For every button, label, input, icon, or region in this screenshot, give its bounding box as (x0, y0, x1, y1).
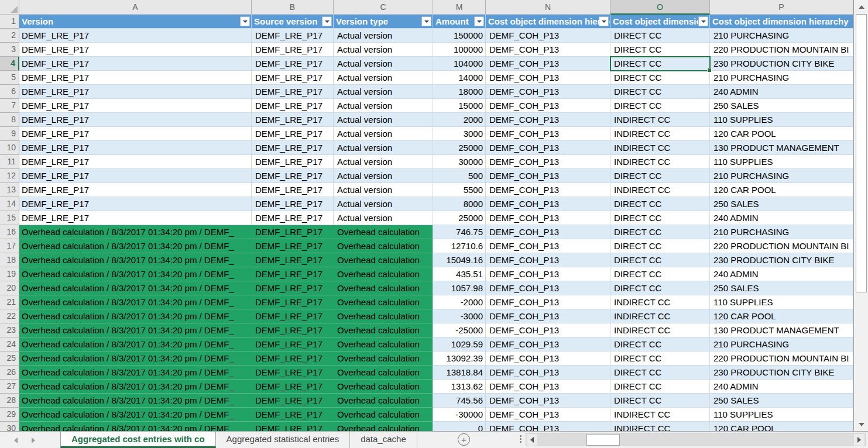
cell-cost-object-dimension-name[interactable]: 230 PRODUCTION CITY BIKE (710, 366, 853, 380)
row-header-29[interactable]: 29 (0, 408, 19, 422)
scroll-right-button[interactable] (854, 434, 864, 446)
cell-version[interactable]: Overhead calculation / 8/3/2017 01:34:20… (19, 408, 252, 422)
column-header-B[interactable]: B (252, 0, 334, 15)
cell-cost-object-hierarchy[interactable]: DEMF_COH_P13 (486, 113, 610, 127)
cell-version[interactable]: Overhead calculation / 8/3/2017 01:34:20… (19, 295, 252, 309)
vertical-scrollbar[interactable] (853, 0, 868, 431)
filter-button[interactable] (240, 16, 250, 26)
cell-version-type[interactable]: Overhead calculation (334, 351, 433, 366)
row-header-1[interactable]: 1 (0, 15, 19, 29)
cell-amount[interactable]: -30000 (433, 408, 486, 422)
cell-cost-object-hierarchy[interactable]: DEMF_COH_P13 (486, 57, 610, 71)
cell-cost-object-dimension-name[interactable]: 220 PRODUCTION MOUNTAIN BI (710, 351, 853, 366)
cell-version-type[interactable]: Overhead calculation (334, 225, 433, 239)
cell-version-type[interactable]: Overhead calculation (334, 267, 433, 281)
row-header-9[interactable]: 9 (0, 127, 19, 141)
cell-cost-object-dimension-name[interactable]: 210 PURCHASING (710, 169, 853, 183)
column-header-P[interactable]: P (710, 0, 853, 15)
cell-amount[interactable]: 12710.6 (433, 239, 486, 253)
cell-source-version[interactable]: DEMF_LRE_P17 (252, 309, 334, 323)
cell-cost-object-dimension-name[interactable]: 110 SUPPLIES (710, 113, 853, 127)
cell-cost-object-dimension[interactable]: DIRECT CC (610, 99, 710, 113)
cell-cost-object-dimension[interactable]: INDIRECT CC (610, 408, 710, 422)
row-header-26[interactable]: 26 (0, 366, 19, 380)
cell-version-type[interactable]: Overhead calculation (334, 239, 433, 253)
cell-cost-object-hierarchy[interactable]: DEMF_COH_P13 (486, 337, 610, 351)
cell-source-version[interactable]: DEMF_LRE_P17 (252, 281, 334, 295)
cell-version[interactable]: DEMF_LRE_P17 (19, 141, 252, 155)
cell-version[interactable]: DEMF_LRE_P17 (19, 197, 252, 211)
cell-source-version[interactable]: DEMF_LRE_P17 (252, 155, 334, 169)
cell-cost-object-hierarchy[interactable]: DEMF_COH_P13 (486, 71, 610, 85)
cell-cost-object-hierarchy[interactable]: DEMF_COH_P13 (486, 408, 610, 422)
cell-source-version[interactable]: DEMF_LRE_P17 (252, 253, 334, 267)
cell-cost-object-dimension[interactable]: DIRECT CC (610, 29, 710, 43)
cell-source-version[interactable]: DEMF_LRE_P17 (252, 99, 334, 113)
scroll-up-button[interactable] (856, 1, 867, 12)
cell-source-version[interactable]: DEMF_LRE_P17 (252, 267, 334, 281)
cell-source-version[interactable]: DEMF_LRE_P17 (252, 57, 334, 71)
cell-cost-object-hierarchy[interactable]: DEMF_COH_P13 (486, 225, 610, 239)
cell-cost-object-hierarchy[interactable]: DEMF_COH_P13 (486, 29, 610, 43)
cell-cost-object-dimension-name[interactable]: 230 PRODUCTION CITY BIKE (710, 253, 853, 267)
cell-amount[interactable]: 30000 (433, 155, 486, 169)
cell-version[interactable]: DEMF_LRE_P17 (19, 99, 252, 113)
cell-cost-object-dimension[interactable]: DIRECT CC (610, 253, 710, 267)
cell-cost-object-dimension-name[interactable]: 210 PURCHASING (710, 71, 853, 85)
filter-button[interactable] (599, 16, 609, 26)
cell-cost-object-dimension[interactable]: DIRECT CC (610, 239, 710, 253)
row-header-4[interactable]: 4 (0, 57, 19, 71)
cell-source-version[interactable]: DEMF_LRE_P17 (252, 71, 334, 85)
cell-version-type[interactable]: Actual version (334, 155, 433, 169)
cell-cost-object-dimension[interactable]: INDIRECT CC (610, 323, 710, 337)
cell-version[interactable]: Overhead calculation / 8/3/2017 01:34:20… (19, 309, 252, 323)
cell-cost-object-dimension-name[interactable]: 110 SUPPLIES (710, 155, 853, 169)
cell-amount[interactable]: 104000 (433, 57, 486, 71)
cell-cost-object-dimension-name[interactable]: 240 ADMIN (710, 380, 853, 394)
row-header-21[interactable]: 21 (0, 295, 19, 309)
cell-cost-object-dimension-name[interactable]: 210 PURCHASING (710, 337, 853, 351)
cell-cost-object-dimension-name[interactable]: 220 PRODUCTION MOUNTAIN BI (710, 239, 853, 253)
filter-button[interactable] (421, 16, 431, 26)
cell-source-version[interactable]: DEMF_LRE_P17 (252, 197, 334, 211)
select-all-corner[interactable] (0, 0, 19, 15)
cell-amount[interactable]: 14000 (433, 71, 486, 85)
cell-cost-object-dimension[interactable]: DIRECT CC (610, 337, 710, 351)
cell-source-version[interactable]: DEMF_LRE_P17 (252, 169, 334, 183)
column-header-O[interactable]: O (610, 0, 710, 15)
sheet-tab-aggregated-statistical-entries[interactable]: Aggregated statistical entries (216, 432, 351, 448)
cell-cost-object-dimension[interactable]: INDIRECT CC (610, 183, 710, 197)
cell-version-type[interactable]: Overhead calculation (334, 394, 433, 408)
horizontal-scrollbar[interactable] (526, 433, 866, 446)
cell-cost-object-dimension[interactable]: DIRECT CC (610, 380, 710, 394)
cell-cost-object-hierarchy[interactable]: DEMF_COH_P13 (486, 239, 610, 253)
cell-amount[interactable]: 435.51 (433, 267, 486, 281)
cell-source-version[interactable]: DEMF_LRE_P17 (252, 295, 334, 309)
cell-version[interactable]: DEMF_LRE_P17 (19, 113, 252, 127)
cell-amount[interactable]: 0 (433, 422, 486, 431)
cell-version[interactable]: Overhead calculation / 8/3/2017 01:34:20… (19, 323, 252, 337)
cell-cost-object-dimension[interactable]: INDIRECT CC (610, 422, 710, 431)
cell-amount[interactable]: -3000 (433, 309, 486, 323)
cell-version-type[interactable]: Overhead calculation (334, 281, 433, 295)
cell-cost-object-dimension-name[interactable]: 130 PRODUCT MANAGEMENT (710, 141, 853, 155)
cell-amount[interactable]: 5500 (433, 183, 486, 197)
cell-source-version[interactable]: DEMF_LRE_P17 (252, 337, 334, 351)
cell-cost-object-hierarchy[interactable]: DEMF_COH_P13 (486, 366, 610, 380)
cell-cost-object-hierarchy[interactable]: DEMF_COH_P13 (486, 197, 610, 211)
cell-cost-object-dimension-name[interactable]: 250 SALES (710, 281, 853, 295)
cell-version[interactable]: Overhead calculation / 8/3/2017 01:34:20… (19, 253, 252, 267)
cell-cost-object-hierarchy[interactable]: DEMF_COH_P13 (486, 253, 610, 267)
cell-version-type[interactable]: Actual version (334, 113, 433, 127)
row-header-19[interactable]: 19 (0, 267, 19, 281)
cell-version-type[interactable]: Actual version (334, 211, 433, 225)
cell-cost-object-dimension[interactable]: DIRECT CC (610, 197, 710, 211)
cell-version-type[interactable]: Actual version (334, 197, 433, 211)
cell-cost-object-dimension[interactable]: DIRECT CC (610, 57, 710, 71)
cell-cost-object-hierarchy[interactable]: DEMF_COH_P13 (486, 141, 610, 155)
cell-cost-object-dimension[interactable]: INDIRECT CC (610, 155, 710, 169)
new-sheet-button[interactable]: + (458, 433, 470, 446)
row-header-25[interactable]: 25 (0, 351, 19, 366)
cell-cost-object-dimension[interactable]: INDIRECT CC (610, 309, 710, 323)
cell-cost-object-dimension[interactable]: DIRECT CC (610, 351, 710, 366)
